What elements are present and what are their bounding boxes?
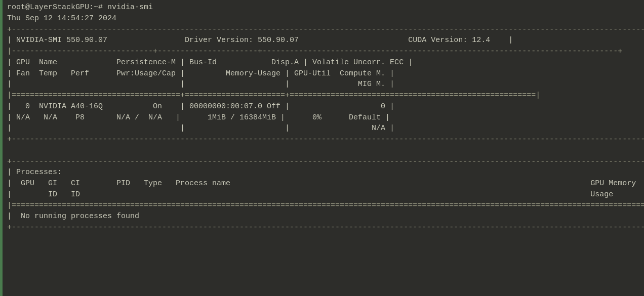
processes-header: | Processes: | <box>7 167 641 178</box>
border-bottom: +---------------------------------------… <box>7 134 641 145</box>
separator-1: |=====================================+=… <box>7 90 641 101</box>
processes-border-bottom: +---------------------------------------… <box>7 222 641 233</box>
nvidia-smi-header: | NVIDIA-SMI 550.90.07 Driver Version: 5… <box>7 35 641 46</box>
col-header-2: | Fan Temp Perf Pwr:Usage/Cap | Memory-U… <box>7 68 641 79</box>
date-line: Thu Sep 12 14:54:27 2024 <box>7 13 641 24</box>
terminal-content: root@LayerStackGPU:~# nvidia-smi Thu Sep… <box>7 2 641 233</box>
gpu-data-row3: | | | N/A | <box>7 123 641 134</box>
processes-border-top: +---------------------------------------… <box>7 156 641 167</box>
col-header-3: | | | MIG M. | <box>7 79 641 90</box>
empty-line-1 <box>7 145 641 156</box>
processes-separator: |=======================================… <box>7 200 641 212</box>
processes-col-2: | ID ID Usage | <box>7 189 641 200</box>
border-top: +---------------------------------------… <box>7 24 641 35</box>
border-mid1: |-------------------------------+-------… <box>7 46 641 57</box>
terminal-window: root@LayerStackGPU:~# nvidia-smi Thu Sep… <box>0 0 644 296</box>
command-line: root@LayerStackGPU:~# nvidia-smi <box>7 2 641 13</box>
green-sidebar <box>0 0 3 296</box>
no-processes-line: | No running processes found | <box>7 211 641 222</box>
processes-col-1: | GPU GI CI PID Type Process name GPU Me… <box>7 178 641 189</box>
gpu-data-row2: | N/A N/A P8 N/A / N/A | 1MiB / 16384MiB… <box>7 112 641 123</box>
gpu-data-row1: | 0 NVIDIA A40-16Q On | 00000000:00:07.0… <box>7 101 641 112</box>
col-header-1: | GPU Name Persistence-M | Bus-Id Disp.A… <box>7 57 641 68</box>
